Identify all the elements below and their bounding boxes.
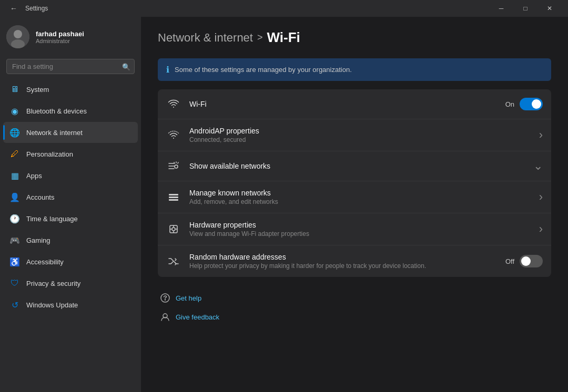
random-hw-title: Random hardware addresses	[189, 253, 497, 261]
sidebar-item-accounts[interactable]: 👤Accounts	[3, 187, 138, 208]
give-feedback-link[interactable]: Give feedback	[158, 308, 551, 325]
settings-row-androidap[interactable]: AndroidAP propertiesConnected, secured›	[158, 119, 551, 151]
main-layout: farhad pashaei Administrator 🔍 🖥System◉B…	[0, 17, 568, 392]
close-button[interactable]: ✕	[537, 0, 562, 17]
hardware-props-subtitle: View and manage Wi-Fi adapter properties	[189, 230, 531, 238]
random-hw-icon	[166, 254, 181, 269]
svg-rect-5	[169, 199, 178, 201]
user-name: farhad pashaei	[36, 30, 84, 38]
sidebar-item-network[interactable]: 🌐Network & internet	[3, 122, 138, 143]
settings-row-known-networks[interactable]: Manage known networksAdd, remove, and ed…	[158, 181, 551, 213]
sidebar-item-time[interactable]: 🕐Time & language	[3, 208, 138, 229]
sidebar-item-bluetooth[interactable]: ◉Bluetooth & devices	[3, 100, 138, 121]
androidap-title: AndroidAP properties	[189, 127, 531, 135]
get-help-link[interactable]: Get help	[158, 290, 551, 306]
get-help-icon	[160, 293, 170, 303]
sidebar-item-system[interactable]: 🖥System	[3, 79, 138, 100]
titlebar-title: Settings	[25, 5, 489, 12]
info-icon: ℹ	[166, 65, 169, 75]
wifi-toggle-title: Wi-Fi	[189, 100, 497, 108]
sidebar-item-apps[interactable]: ▦Apps	[3, 165, 138, 186]
wifi-toggle-control: On	[505, 98, 543, 110]
wifi-toggle-toggle[interactable]	[520, 98, 543, 110]
known-networks-subtitle: Add, remove, and edit networks	[189, 198, 531, 205]
search-icon: 🔍	[122, 63, 130, 70]
gaming-icon: 🎮	[9, 235, 20, 245]
breadcrumb: Network & internet > Wi-Fi	[158, 29, 551, 46]
breadcrumb-current: Wi-Fi	[267, 29, 300, 46]
known-networks-icon	[166, 190, 181, 204]
wifi-toggle-value: On	[505, 100, 514, 108]
androidap-subtitle: Connected, secured	[189, 136, 531, 143]
sidebar-item-label-accounts: Accounts	[26, 193, 54, 201]
androidap-icon	[166, 128, 181, 142]
sidebar-item-label-update: Windows Update	[26, 301, 78, 309]
apps-icon: ▦	[9, 170, 20, 181]
sidebar-item-label-network: Network & internet	[26, 129, 83, 137]
known-networks-title: Manage known networks	[189, 189, 531, 197]
sidebar-item-privacy[interactable]: 🛡Privacy & security	[3, 273, 138, 294]
give-feedback-label: Give feedback	[176, 313, 219, 321]
sidebar-item-update[interactable]: ↺Windows Update	[3, 294, 138, 315]
settings-row-wifi-toggle[interactable]: Wi-FiOn	[158, 89, 551, 119]
random-hw-value: Off	[505, 257, 514, 265]
hardware-props-content: Hardware propertiesView and manage Wi-Fi…	[189, 221, 531, 238]
known-networks-chevron: ›	[539, 190, 543, 204]
wifi-toggle-icon	[166, 97, 181, 111]
avatar	[6, 25, 29, 48]
svg-rect-4	[169, 197, 178, 198]
wifi-toggle-toggle-thumb	[532, 99, 541, 109]
personalization-icon: 🖊	[9, 149, 20, 159]
system-icon: 🖥	[9, 84, 20, 95]
androidap-control: ›	[539, 128, 543, 142]
hardware-props-chevron: ›	[539, 222, 543, 236]
settings-row-hardware-props[interactable]: Hardware propertiesView and manage Wi-Fi…	[158, 213, 551, 245]
maximize-icon: □	[523, 5, 527, 12]
sidebar-item-label-system: System	[26, 86, 49, 94]
random-hw-content: Random hardware addressesHelp protect yo…	[189, 253, 497, 270]
accounts-icon: 👤	[9, 192, 20, 202]
settings-row-available-networks[interactable]: Show available networks⌄	[158, 151, 551, 181]
hardware-props-control: ›	[539, 222, 543, 236]
random-hw-toggle[interactable]	[520, 255, 543, 267]
sidebar-item-label-time: Time & language	[26, 215, 78, 223]
breadcrumb-parent[interactable]: Network & internet	[158, 31, 253, 45]
sidebar-item-gaming[interactable]: 🎮Gaming	[3, 230, 138, 251]
sidebar-item-accessibility[interactable]: ♿Accessibility	[3, 251, 138, 272]
maximize-button[interactable]: □	[513, 0, 537, 17]
info-text: Some of these settings are managed by yo…	[175, 66, 352, 74]
random-hw-subtitle: Help protect your privacy by making it h…	[189, 262, 497, 270]
privacy-icon: 🛡	[9, 278, 20, 288]
sidebar-item-label-bluetooth: Bluetooth & devices	[26, 107, 87, 115]
sidebar-item-label-gaming: Gaming	[26, 236, 50, 244]
sidebar-item-label-accessibility: Accessibility	[26, 258, 64, 266]
settings-row-random-hw[interactable]: Random hardware addressesHelp protect yo…	[158, 245, 551, 277]
give-feedback-icon	[160, 312, 170, 322]
close-icon: ✕	[547, 5, 552, 12]
minimize-icon: ─	[499, 5, 504, 12]
network-icon: 🌐	[9, 127, 20, 138]
content-area: Network & internet > Wi-Fi ℹ Some of the…	[141, 17, 568, 392]
random-hw-toggle-thumb	[521, 256, 531, 266]
androidap-content: AndroidAP propertiesConnected, secured	[189, 127, 531, 143]
settings-card: Wi-FiOn AndroidAP propertiesConnected, s…	[158, 89, 551, 277]
available-networks-control: ⌄	[533, 159, 543, 173]
breadcrumb-separator: >	[257, 32, 263, 43]
accessibility-icon: ♿	[9, 256, 20, 267]
svg-point-7	[172, 228, 175, 231]
time-icon: 🕐	[9, 213, 20, 224]
user-profile[interactable]: farhad pashaei Administrator	[0, 17, 141, 57]
back-button[interactable]: ←	[6, 1, 21, 16]
user-email: Administrator	[36, 38, 84, 44]
info-banner: ℹ Some of these settings are managed by …	[158, 58, 551, 81]
minimize-button[interactable]: ─	[489, 0, 513, 17]
sidebar-item-personalization[interactable]: 🖊Personalization	[3, 143, 138, 164]
footer-links: Get help Give feedback	[158, 290, 551, 325]
sidebar-item-label-personalization: Personalization	[26, 150, 73, 158]
available-networks-icon	[166, 159, 181, 173]
available-networks-content: Show available networks	[189, 162, 525, 170]
update-icon: ↺	[9, 300, 20, 310]
hardware-props-title: Hardware properties	[189, 221, 531, 229]
svg-point-1	[14, 30, 22, 38]
search-input[interactable]	[6, 59, 135, 74]
